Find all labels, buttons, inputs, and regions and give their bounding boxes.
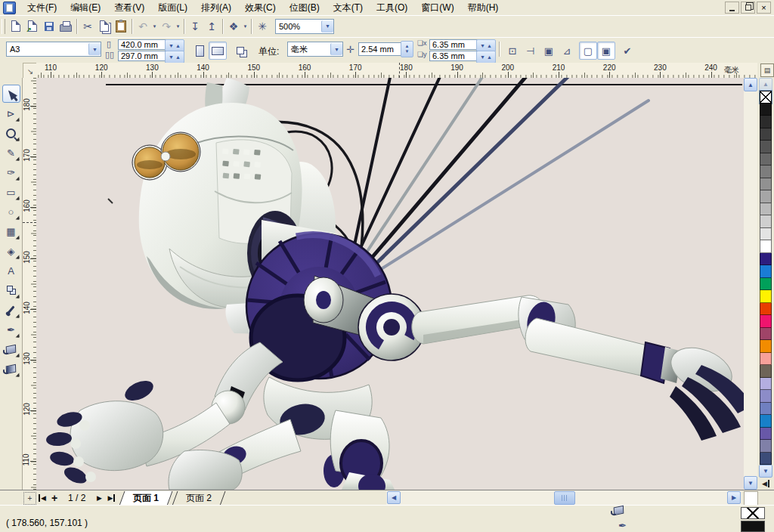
tool-fill-button[interactable]: [2, 340, 20, 358]
vertical-ruler[interactable]: 180170160150140130120110: [23, 78, 37, 490]
paper-width-field[interactable]: 420.0 mm: [118, 39, 168, 50]
palette-swatch-8[interactable]: [760, 203, 772, 216]
tab-page-2[interactable]: 页面 2: [172, 491, 226, 506]
all-pages-button[interactable]: [231, 42, 249, 60]
marquee-pick-button[interactable]: ▣: [597, 42, 615, 60]
palette-swatch-7[interactable]: [760, 190, 772, 203]
application-launcher-button[interactable]: ❖: [225, 18, 242, 35]
import-button[interactable]: ↧: [187, 18, 203, 35]
tool-text-button[interactable]: A: [2, 261, 20, 280]
paper-height-field[interactable]: 297.0 mm: [118, 51, 168, 61]
menu-item-text[interactable]: 文本(T): [327, 0, 370, 16]
palette-swatch-20[interactable]: [760, 353, 772, 366]
scroll-down-icon[interactable]: [744, 476, 757, 490]
nudge-offset-spinner[interactable]: [401, 41, 413, 57]
zoom-level-combo[interactable]: 500%: [275, 19, 334, 34]
palette-swatch-28[interactable]: [760, 453, 772, 466]
palette-swatch-10[interactable]: [760, 228, 772, 241]
portrait-button[interactable]: [190, 42, 209, 60]
cut-button[interactable]: ✂: [79, 18, 96, 35]
corel-online-button[interactable]: ✳: [254, 18, 271, 35]
menu-item-view[interactable]: 查看(V): [107, 0, 151, 16]
add-page-button[interactable]: [48, 492, 60, 504]
open-button[interactable]: [24, 18, 41, 35]
property-options-button[interactable]: ✔: [618, 42, 636, 60]
palette-swatch-13[interactable]: [760, 265, 772, 278]
scroll-up-icon[interactable]: [744, 78, 757, 91]
palette-scroll-up-icon[interactable]: [759, 78, 772, 91]
horizontal-scrollbar[interactable]: [386, 490, 741, 505]
menu-item-layout[interactable]: 版面(L): [151, 0, 194, 16]
palette-swatch-0[interactable]: [760, 104, 772, 116]
snap-to-guidelines-button[interactable]: ⊣: [522, 42, 540, 60]
ruler-origin-icon[interactable]: ↘: [23, 63, 38, 79]
snap-to-grid-button[interactable]: ⊡: [503, 42, 522, 60]
paper-height-spinner[interactable]: [165, 51, 184, 63]
landscape-button[interactable]: [209, 42, 227, 60]
dropdown-arrow-icon[interactable]: [151, 18, 158, 35]
dropdown-arrow-icon[interactable]: [242, 18, 249, 35]
scroll-right-icon[interactable]: [727, 491, 741, 504]
palette-swatch-14[interactable]: [760, 278, 772, 291]
minimize-button[interactable]: [725, 2, 739, 14]
page-origin-icon[interactable]: +: [23, 492, 36, 505]
save-button[interactable]: [41, 18, 57, 35]
snap-to-objects-button[interactable]: ▣: [540, 42, 558, 60]
palette-swatch-17[interactable]: [760, 315, 772, 328]
palette-swatch-11[interactable]: [760, 240, 772, 253]
print-button[interactable]: [57, 18, 74, 35]
tool-ellipse-button[interactable]: ○: [2, 203, 20, 221]
dropdown-arrow-icon[interactable]: [88, 43, 101, 55]
tool-graph-paper-button[interactable]: ▦: [2, 222, 20, 240]
menu-item-arrange[interactable]: 排列(A): [194, 0, 238, 16]
palette-swatch-3[interactable]: [760, 141, 772, 153]
palette-swatch-19[interactable]: [760, 340, 772, 353]
vertical-scrollbar[interactable]: [744, 78, 757, 490]
robot-illustration[interactable]: [36, 78, 744, 490]
ruler-options-icon[interactable]: ▤: [760, 63, 774, 77]
menu-item-edit[interactable]: 编辑(E): [63, 0, 107, 16]
tool-rectangle-button[interactable]: ▭: [2, 183, 20, 201]
tool-interactive-fill-button[interactable]: [2, 360, 20, 378]
palette-swatch-21[interactable]: [760, 365, 772, 378]
duplicate-y-spinner[interactable]: [476, 51, 496, 63]
duplicate-y-field[interactable]: 6.35 mm: [429, 51, 479, 61]
close-button[interactable]: ×: [757, 2, 771, 14]
menu-item-help[interactable]: 帮助(H): [461, 0, 506, 16]
palette-swatch-1[interactable]: [760, 116, 772, 128]
tool-freehand-button[interactable]: ✎: [2, 144, 20, 162]
first-page-button[interactable]: [36, 492, 48, 504]
tab-page-1[interactable]: 页面 1: [119, 491, 173, 506]
palette-scroll-down-icon[interactable]: [759, 465, 772, 478]
export-button[interactable]: ↥: [203, 18, 220, 35]
scroll-left-icon[interactable]: [387, 491, 401, 504]
redo-button[interactable]: ↷: [158, 18, 175, 35]
snap-to-dynamic-guides-button[interactable]: ⊿: [558, 42, 576, 60]
horizontal-ruler[interactable]: 毫米 1101201301401501601701801902002102202…: [36, 63, 757, 79]
next-page-button[interactable]: [93, 492, 105, 504]
nudge-offset-field[interactable]: 2.54 mm: [358, 42, 404, 56]
paste-button[interactable]: [113, 18, 129, 35]
menu-item-tools[interactable]: 工具(O): [370, 0, 414, 16]
palette-swatch-23[interactable]: [760, 390, 772, 403]
palette-swatch-24[interactable]: [760, 403, 772, 416]
hscroll-thumb[interactable]: [554, 491, 575, 505]
treat-as-filled-button[interactable]: ▢: [579, 42, 597, 60]
menu-item-window[interactable]: 窗口(W): [414, 0, 460, 16]
undo-button[interactable]: ↶: [135, 18, 151, 35]
tool-basic-shapes-button[interactable]: ◈: [2, 242, 20, 260]
palette-expand-icon[interactable]: [759, 478, 772, 490]
palette-swatch-18[interactable]: [760, 328, 772, 341]
palette-swatch-26[interactable]: [760, 428, 772, 441]
tool-zoom-button[interactable]: [2, 124, 20, 142]
menu-item-effects[interactable]: 效果(C): [238, 0, 283, 16]
palette-swatch-22[interactable]: [760, 378, 772, 391]
duplicate-x-field[interactable]: 6.35 mm: [429, 39, 479, 50]
toolbar-grip[interactable]: [2, 19, 5, 34]
palette-swatch-16[interactable]: [760, 303, 772, 316]
palette-swatch-2[interactable]: [760, 128, 772, 141]
dropdown-arrow-icon[interactable]: [175, 18, 181, 35]
last-page-button[interactable]: [105, 492, 117, 504]
no-fill-swatch[interactable]: [760, 91, 772, 104]
dropdown-arrow-icon[interactable]: [330, 43, 342, 55]
